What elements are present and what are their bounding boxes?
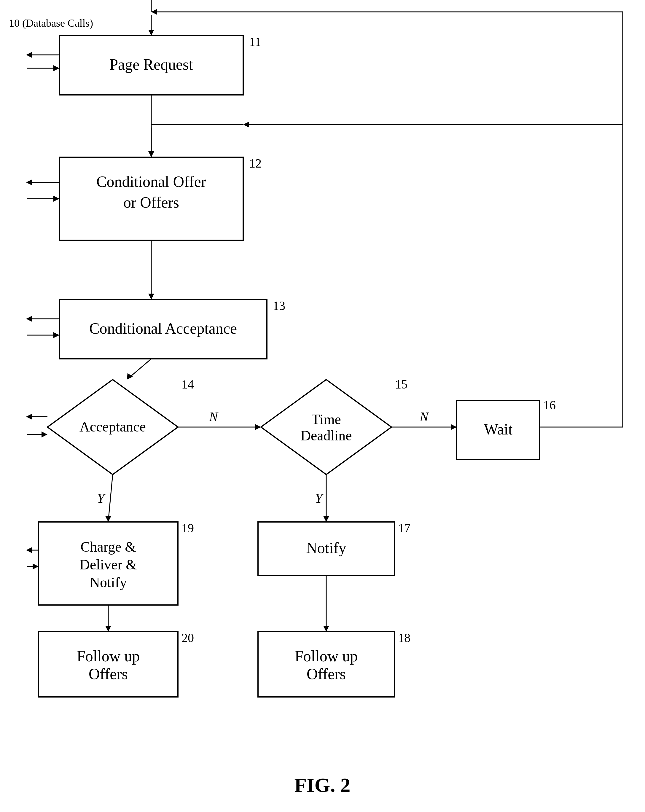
followup-right-label-line2: Offers: [306, 665, 346, 682]
database-calls-label: 10 (Database Calls): [9, 17, 93, 29]
wait-label: Wait: [484, 421, 513, 438]
followup-left-label-line1: Follow up: [77, 648, 140, 665]
fig-label: FIG. 2: [294, 774, 351, 796]
conditional-offer-label-line1: Conditional Offer: [96, 173, 206, 190]
charge-deliver-label-line2: Deliver &: [79, 557, 137, 572]
charge-deliver-label-line1: Charge &: [80, 539, 136, 555]
label-N-time: N: [419, 409, 429, 424]
label-N-acceptance: N: [209, 409, 218, 424]
notify-num: 17: [398, 521, 410, 535]
page-request-label: Page Request: [110, 56, 193, 73]
followup-right-num: 18: [398, 631, 410, 645]
time-deadline-label-line2: Deadline: [300, 427, 352, 443]
diagram-container: Page Request 11 Conditional Offer or Off…: [0, 0, 645, 812]
page-request-num: 11: [249, 35, 261, 49]
notify-label: Notify: [306, 539, 346, 556]
followup-right-label-line1: Follow up: [295, 648, 358, 665]
acceptance-num: 14: [181, 377, 194, 391]
acceptance-label: Acceptance: [79, 419, 146, 435]
time-deadline-label-line1: Time: [311, 411, 341, 427]
conditional-acceptance-num: 13: [273, 299, 285, 313]
conditional-acceptance-label: Conditional Acceptance: [89, 320, 237, 337]
wait-num: 16: [543, 398, 556, 412]
flowchart-svg: Page Request 11 Conditional Offer or Off…: [0, 0, 645, 812]
charge-deliver-label-line3: Notify: [90, 574, 127, 590]
time-deadline-num: 15: [395, 377, 407, 391]
conditional-offer-label-line2: or Offers: [124, 194, 179, 211]
conditional-offer-num: 12: [249, 157, 262, 170]
followup-left-label-line2: Offers: [88, 665, 128, 682]
followup-left-num: 20: [181, 631, 194, 645]
charge-deliver-num: 19: [181, 521, 194, 535]
